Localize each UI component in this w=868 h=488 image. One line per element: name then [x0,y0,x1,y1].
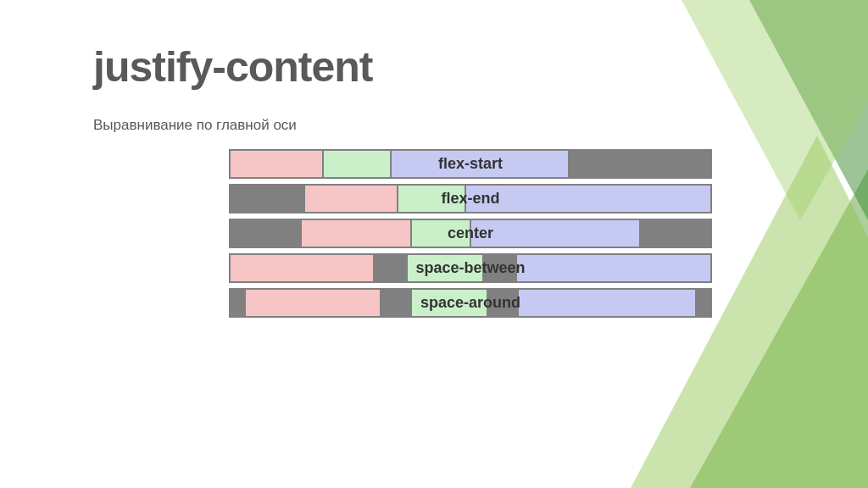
row-space-around: space-around [229,288,712,318]
flex-item-1 [245,289,381,317]
flex-item-2 [411,219,470,247]
flex-item-2 [407,254,483,282]
flex-item-3 [518,289,696,317]
flex-item-3 [465,185,711,213]
content-area: justify-content Выравнивание по главной … [93,42,737,323]
slide: justify-content Выравнивание по главной … [0,0,868,488]
row-flex-start: flex-start [229,149,712,179]
flex-item-3 [391,150,569,178]
row-center: center [229,219,712,248]
flex-item-1 [230,254,374,282]
flex-item-3 [516,254,711,282]
subtitle: Выравнивание по главной оси [93,117,737,134]
flex-item-2 [323,150,391,178]
justify-content-diagram: flex-start flex-end center space-between [229,149,712,318]
svg-marker-2 [749,0,868,220]
flex-item-1 [301,219,411,247]
flex-item-1 [230,150,323,178]
flex-item-2 [411,289,487,317]
page-title: justify-content [93,42,737,92]
flex-item-1 [304,185,398,213]
flex-item-2 [398,185,465,213]
flex-item-3 [470,219,640,247]
row-flex-end: flex-end [229,184,712,214]
row-space-between: space-between [229,253,712,283]
